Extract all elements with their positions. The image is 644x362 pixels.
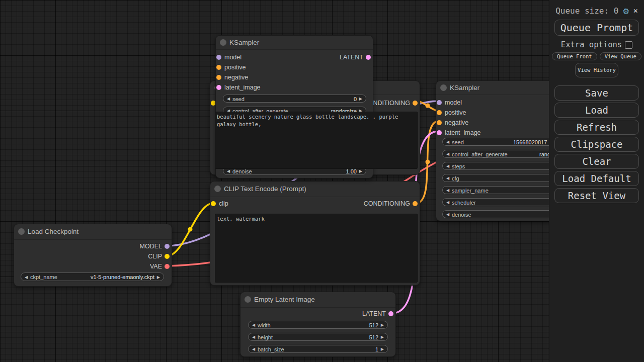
- decrement-arrow-icon[interactable]: ◀: [446, 162, 449, 170]
- decrement-arrow-icon[interactable]: ◀: [446, 211, 449, 219]
- load-default-button[interactable]: Load Default: [554, 171, 639, 186]
- height-widget[interactable]: ◀ height 512 ▶: [248, 333, 388, 341]
- latent-image-input-slot[interactable]: [437, 130, 442, 135]
- decrement-arrow-icon[interactable]: ◀: [252, 345, 255, 353]
- refresh-button[interactable]: Refresh: [554, 120, 639, 135]
- negative-input-slot[interactable]: [216, 75, 221, 80]
- slot-row: LATENT: [240, 309, 395, 319]
- ckpt-name-widget[interactable]: ◀ ckpt_name v1-5-pruned-emaonly.ckpt ▶: [21, 273, 164, 281]
- latent-output-slot[interactable]: [366, 55, 371, 60]
- node-ksampler-right[interactable]: KSampler model positive negative latent_…: [436, 80, 549, 221]
- load-button[interactable]: Load: [554, 103, 639, 118]
- denoise-widget[interactable]: ◀ denoise: [442, 210, 549, 218]
- sampler-name-widget[interactable]: ◀ sampler_name: [442, 186, 549, 194]
- clear-button[interactable]: Clear: [554, 154, 639, 169]
- wire-conditioning-negative-midpoint: [426, 160, 430, 164]
- slot-row: negative: [436, 118, 549, 128]
- decrement-arrow-icon[interactable]: ◀: [446, 174, 449, 183]
- seed-widget-label: seed: [452, 138, 464, 146]
- slot-row: negative: [216, 72, 373, 82]
- negative-input-label: negative: [224, 72, 248, 82]
- increment-arrow-icon[interactable]: ▶: [359, 95, 362, 103]
- denoise-widget-label: denoise: [452, 211, 471, 219]
- control-after-generate-value: randomize: [539, 150, 549, 158]
- positive-prompt-textarea[interactable]: beautiful scenery nature glass bottle la…: [215, 112, 418, 169]
- model-input-slot[interactable]: [437, 100, 442, 105]
- slot-row: positive: [216, 62, 373, 72]
- view-queue-button[interactable]: View Queue: [600, 52, 641, 60]
- latent-output-slot[interactable]: [388, 311, 393, 316]
- positive-input-slot[interactable]: [437, 110, 442, 115]
- decrement-arrow-icon[interactable]: ◀: [446, 199, 449, 207]
- decrement-arrow-icon[interactable]: ◀: [227, 95, 230, 103]
- control-after-generate-widget[interactable]: ◀ control_after_generate randomize: [442, 150, 549, 158]
- save-button[interactable]: Save: [554, 85, 639, 101]
- batch-size-widget[interactable]: ◀ batch_size 1 ▶: [248, 345, 388, 353]
- latent-image-input-label: latent_image: [445, 128, 481, 138]
- node-load-checkpoint[interactable]: Load Checkpoint MODEL CLIP VAE ◀ ckpt_na…: [14, 224, 172, 287]
- node-title: Empty Latent Image: [254, 296, 315, 303]
- node-title-bar[interactable]: Load Checkpoint: [14, 224, 172, 240]
- extra-options-checkbox[interactable]: [625, 41, 632, 49]
- node-title-bar[interactable]: KSampler: [436, 81, 549, 95]
- positive-input-label: positive: [445, 108, 466, 118]
- slot-row: model: [436, 98, 549, 108]
- negative-input-slot[interactable]: [437, 120, 442, 125]
- node-collapse-dot[interactable]: [18, 228, 25, 235]
- width-widget[interactable]: ◀ width 512 ▶: [248, 321, 388, 329]
- node-collapse-dot[interactable]: [245, 296, 251, 303]
- cfg-widget-label: cfg: [452, 174, 459, 183]
- sampler-name-widget-label: sampler_name: [452, 187, 489, 195]
- latent-image-input-label: latent_image: [224, 82, 261, 93]
- decrement-arrow-icon[interactable]: ◀: [252, 333, 255, 341]
- seed-widget[interactable]: ◀ seed 0 ▶: [223, 95, 366, 103]
- node-title-bar[interactable]: Empty Latent Image: [240, 292, 395, 308]
- scheduler-widget[interactable]: ◀ scheduler: [442, 198, 549, 206]
- queue-prompt-button[interactable]: Queue Prompt: [554, 20, 639, 36]
- clipspace-button[interactable]: Clipspace: [554, 137, 639, 152]
- close-icon[interactable]: ✕: [633, 6, 638, 15]
- model-input-slot[interactable]: [216, 55, 221, 60]
- clip-input-slot[interactable]: [211, 201, 216, 206]
- decrement-arrow-icon[interactable]: ◀: [25, 273, 28, 282]
- seed-widget[interactable]: ◀ seed 15668020817: [442, 138, 549, 146]
- conditioning-output-slot[interactable]: [413, 101, 418, 106]
- positive-input-slot[interactable]: [216, 65, 221, 70]
- latent-output-label: LATENT: [362, 309, 386, 319]
- decrement-arrow-icon[interactable]: ◀: [446, 138, 449, 146]
- node-empty-latent-image[interactable]: Empty Latent Image LATENT ◀ width 512 ▶ …: [240, 292, 396, 357]
- decrement-arrow-icon[interactable]: ◀: [446, 150, 449, 158]
- reset-view-button[interactable]: Reset View: [554, 188, 639, 203]
- steps-widget-label: steps: [452, 162, 465, 170]
- latent-image-input-slot[interactable]: [216, 85, 221, 90]
- decrement-arrow-icon[interactable]: ◀: [252, 321, 255, 329]
- decrement-arrow-icon[interactable]: ◀: [446, 187, 449, 195]
- model-output-slot[interactable]: [165, 244, 170, 249]
- cfg-widget[interactable]: ◀ cfg: [442, 174, 549, 182]
- steps-widget[interactable]: ◀ steps: [442, 162, 549, 170]
- node-title-bar[interactable]: KSampler: [216, 36, 373, 50]
- slot-row: CLIP: [14, 251, 172, 261]
- queue-size-row: Queue size: 0 ⚙ ✕: [549, 5, 644, 16]
- clip-output-slot[interactable]: [165, 254, 170, 259]
- clip-output-label: CLIP: [148, 251, 162, 261]
- increment-arrow-icon[interactable]: ▶: [381, 345, 384, 353]
- increment-arrow-icon[interactable]: ▶: [381, 333, 384, 341]
- view-history-button[interactable]: View History: [575, 63, 618, 77]
- increment-arrow-icon[interactable]: ▶: [157, 273, 160, 282]
- vae-output-slot[interactable]: [165, 264, 170, 269]
- node-collapse-dot[interactable]: [440, 84, 447, 91]
- node-title: Load Checkpoint: [28, 228, 78, 235]
- increment-arrow-icon[interactable]: ▶: [381, 321, 384, 329]
- settings-gear-icon[interactable]: ⚙: [623, 6, 628, 16]
- seed-widget-label: seed: [232, 95, 245, 103]
- node-title-bar[interactable]: CLIP Text Encode (Prompt): [210, 182, 420, 197]
- control-after-generate-label: control_after_generate: [452, 150, 508, 158]
- node-collapse-dot[interactable]: [220, 39, 226, 46]
- conditioning-output-slot[interactable]: [413, 201, 418, 206]
- node-collapse-dot[interactable]: [214, 186, 221, 192]
- comfy-menu: Queue size: 0 ⚙ ✕ Queue Prompt Extra opt…: [549, 0, 644, 362]
- node-graph-canvas[interactable]: CLIP Text Encode (Prompt) clip CONDITION…: [0, 0, 549, 362]
- queue-front-button[interactable]: Queue Front: [552, 52, 597, 60]
- negative-prompt-textarea[interactable]: text, watermark: [215, 214, 418, 283]
